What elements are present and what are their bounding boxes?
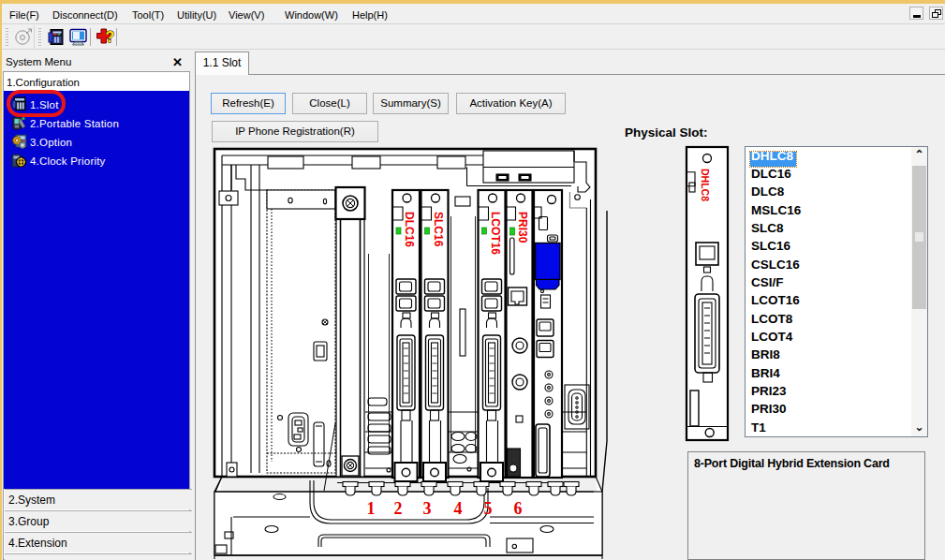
svg-text:1: 1	[367, 499, 376, 518]
svg-text:LCOT16: LCOT16	[489, 212, 502, 255]
svg-text:PRI30: PRI30	[516, 212, 529, 243]
svg-text:?: ?	[106, 29, 115, 45]
svg-text:4: 4	[454, 499, 463, 518]
svg-text:2: 2	[394, 499, 403, 518]
svg-text:5: 5	[484, 499, 493, 518]
svg-text:3: 3	[423, 499, 432, 518]
svg-text:DLC16: DLC16	[403, 212, 416, 247]
svg-text:6: 6	[514, 499, 523, 518]
svg-text:DHLC8: DHLC8	[700, 169, 711, 201]
svg-text:SLC16: SLC16	[432, 212, 445, 247]
